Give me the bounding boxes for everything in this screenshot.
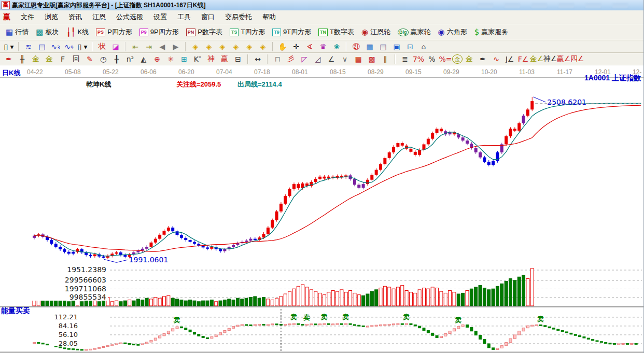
toolbar-button-kline[interactable]: ╽╿K线 (62, 26, 92, 38)
four-angle-tool-icon[interactable]: 四∠ (570, 53, 584, 65)
chart-icon-icon[interactable]: ◪ (109, 41, 122, 52)
star-web-tool-icon[interactable]: ✳ (164, 53, 177, 65)
sell-label: 卖 (320, 313, 327, 321)
toolbar-button-winner-service[interactable]: $赢家服务 (471, 26, 512, 38)
j-angle-tool-icon[interactable]: J∠ (503, 53, 516, 65)
red-grid-tool-icon[interactable]: ▦ (352, 53, 365, 65)
time-cycle-tool-icon[interactable]: ◷ (96, 53, 110, 65)
v-line-tool-icon[interactable]: ∨ (338, 53, 352, 65)
next-button-icon[interactable]: ▶ (169, 41, 183, 52)
toolbar-button-hexagon[interactable]: ◉六角形 (435, 26, 471, 38)
full-diamond-icon[interactable]: ◈ (256, 41, 270, 52)
toolbar-button-winner-wheel[interactable]: Big赢家轮 (394, 26, 435, 38)
menu-item-1[interactable]: 浏览 (39, 11, 63, 23)
menu-item-3[interactable]: 江恩 (87, 11, 111, 23)
menu-item-8[interactable]: 交易委托 (220, 11, 257, 23)
crosshair-tool-icon[interactable]: ✛ (289, 41, 303, 52)
parallel-tool-icon[interactable]: ∥ (379, 53, 392, 65)
toolbar-button-sectors[interactable]: ▩板块 (32, 26, 62, 38)
k-mark-tool-icon[interactable]: K″ (191, 53, 204, 65)
compress-diamond-icon[interactable]: ◈ (229, 41, 243, 52)
width-tool-icon[interactable]: ↔ (251, 53, 264, 65)
brain-tool-icon[interactable]: ❀ (330, 41, 343, 52)
menu-item-7[interactable]: 窗口 (196, 11, 220, 23)
ruler-tool-icon[interactable]: ⊟ (231, 53, 245, 65)
magic-tool-icon[interactable]: ♛ (316, 41, 330, 52)
web-grid-tool-icon[interactable]: ⊞ (177, 53, 191, 65)
candle-style-dropdown-icon[interactable]: ▯ ▾ (2, 41, 16, 52)
f-angle-tool-icon[interactable]: F∠ (516, 53, 530, 65)
purple-fan-tool-icon[interactable]: ◸ (298, 53, 311, 65)
volume-axis-labels: 1951.238929956660319971106899855534 (16, 265, 108, 301)
pattern-icon-icon[interactable]: 状 (95, 41, 109, 52)
zoom-left-diamond-icon[interactable]: ◈ (189, 41, 202, 52)
target-tool-icon[interactable]: ⊕ (150, 53, 164, 65)
gann-lines-tool-icon[interactable]: ╫ (16, 53, 29, 65)
save-button-icon[interactable]: ▣ (390, 41, 403, 52)
frame-tool-icon[interactable]: ⊓ (271, 53, 284, 65)
web-button-icon[interactable]: ⊡ (403, 41, 417, 52)
toolbar-button-p-table[interactable]: PNP数字表 (183, 26, 226, 38)
wave-fit-tool-icon[interactable]: ∿ (489, 53, 503, 65)
gold-levels-tool-icon[interactable]: 金 (463, 53, 476, 65)
triangle-tool-icon[interactable]: ◭ (137, 53, 150, 65)
menu-item-0[interactable]: 文件 (16, 11, 39, 23)
angle-tool-icon[interactable]: ∢ (303, 41, 316, 52)
grid-lines-tool-icon[interactable]: ╂ (110, 53, 123, 65)
shen-angle-tool-icon[interactable]: 神∠ (543, 53, 557, 65)
dark-fan-tool-icon[interactable]: ◿ (311, 53, 325, 65)
toolbar-button-9p-square[interactable]: P99P四方形 (136, 26, 183, 38)
pct7-tool-icon[interactable]: 7% (412, 53, 425, 65)
toolbar-button-quotes[interactable]: ▦行情 (2, 26, 32, 38)
gold-circle-tool-icon[interactable]: 金 (452, 54, 463, 64)
note-icon-icon[interactable]: ▤ (35, 41, 49, 52)
toolbar-button-t-square[interactable]: TST四方形 (226, 26, 269, 38)
bars-tool-icon[interactable]: ≣ (398, 53, 412, 65)
calendar-button-icon[interactable]: ㉑ (349, 41, 363, 52)
wave3-icon-icon[interactable]: ∿₃ (49, 41, 62, 52)
pct-eq-tool-icon[interactable]: %= (439, 53, 452, 65)
draw-pen-tool-icon[interactable]: ✎ (83, 53, 96, 65)
computer-button-icon[interactable]: ⌂ (417, 41, 430, 52)
menu-item-9[interactable]: 帮助 (257, 11, 281, 23)
gold-line-tool-icon[interactable]: 金 (29, 53, 43, 65)
toolbar-button-gann-wheel[interactable]: ◉江恩轮 (358, 26, 394, 38)
center-diamond-icon[interactable]: ◈ (243, 41, 256, 52)
toolbar-button-p-square[interactable]: PSP四方形 (92, 26, 136, 38)
spiral-tool-icon[interactable]: 回 (69, 53, 83, 65)
candles-layer (33, 97, 534, 259)
hand-tool-icon[interactable]: ✋ (276, 41, 289, 52)
n2-tool-icon[interactable]: n² (123, 53, 137, 65)
wave9-icon-icon[interactable]: ∿₉ (62, 41, 76, 52)
notes-button-icon[interactable]: ▤ (376, 41, 390, 52)
prev-button-icon[interactable]: ◀ (156, 41, 169, 52)
ying-tool-icon[interactable]: 赢 (218, 53, 231, 65)
menu-item-2[interactable]: 资讯 (63, 11, 87, 23)
flag-pen-tool-icon[interactable]: ✒ (476, 53, 489, 65)
calculator-button-icon[interactable]: ▦ (363, 41, 376, 52)
f-line-tool-icon[interactable]: F (56, 53, 69, 65)
shen-tool-icon[interactable]: 神 (204, 53, 218, 65)
date-tick: 09-15 (405, 68, 422, 76)
menu-item-5[interactable]: 设置 (148, 11, 172, 23)
menu-item-4[interactable]: 公式选股 (111, 11, 148, 23)
zoom-right-diamond-icon[interactable]: ◈ (202, 41, 216, 52)
candle-dropdown-icon[interactable]: ▯ ▾ (76, 41, 89, 52)
last-page-button-icon[interactable]: ⇥ (142, 41, 156, 52)
toolbar-button-t-table[interactable]: TNT数字表 (315, 26, 358, 38)
red-grid2-tool-icon[interactable]: ▩ (365, 53, 379, 65)
gold-line2-tool-icon[interactable]: 金 (43, 53, 56, 65)
expand-diamond-icon[interactable]: ◈ (216, 41, 229, 52)
first-page-button-icon[interactable]: ⇤ (129, 41, 142, 52)
pct-tool-icon[interactable]: % (425, 53, 439, 65)
pen-tool-icon[interactable]: ✒ (2, 53, 16, 65)
svg-text:199711068: 199711068 (65, 285, 106, 293)
chart-area[interactable]: 04-2205-0805-2206-0606-2007-0407-1808-01… (0, 65, 644, 353)
red-fan-tool-icon[interactable]: 彡 (284, 53, 298, 65)
angle-line-tool-icon[interactable]: ∠ (325, 53, 338, 65)
wave-icon-icon[interactable]: ≋ (22, 41, 35, 52)
gold-angle-tool-icon[interactable]: 金∠ (530, 53, 543, 65)
toolbar-button-9t-square[interactable]: T99T四方形 (269, 26, 315, 38)
menu-item-6[interactable]: 工具 (172, 11, 196, 23)
ying-angle-tool-icon[interactable]: 赢∠ (557, 53, 570, 65)
